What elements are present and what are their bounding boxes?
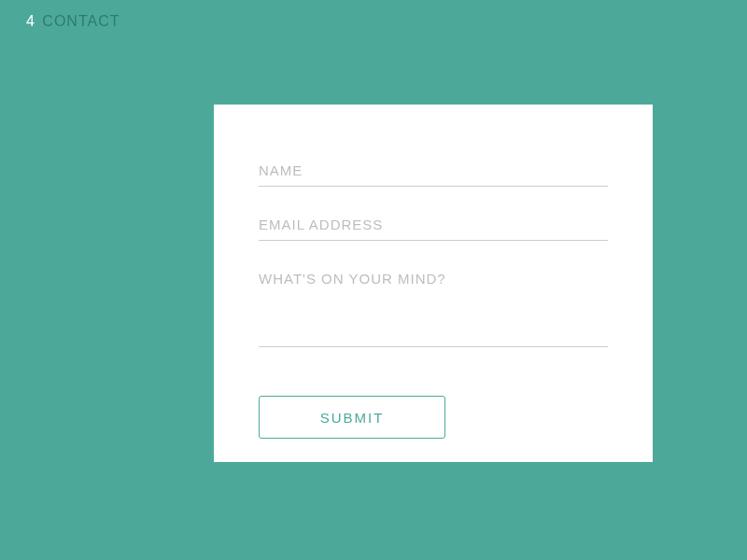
section-title: CONTACT (42, 13, 120, 29)
message-textarea[interactable] (259, 263, 608, 347)
section-header: 4 CONTACT (26, 13, 120, 30)
name-input[interactable] (259, 155, 608, 187)
email-input[interactable] (259, 209, 608, 241)
contact-form-card: SUBMIT (214, 105, 653, 462)
submit-button[interactable]: SUBMIT (259, 396, 445, 439)
section-number: 4 (26, 13, 35, 29)
